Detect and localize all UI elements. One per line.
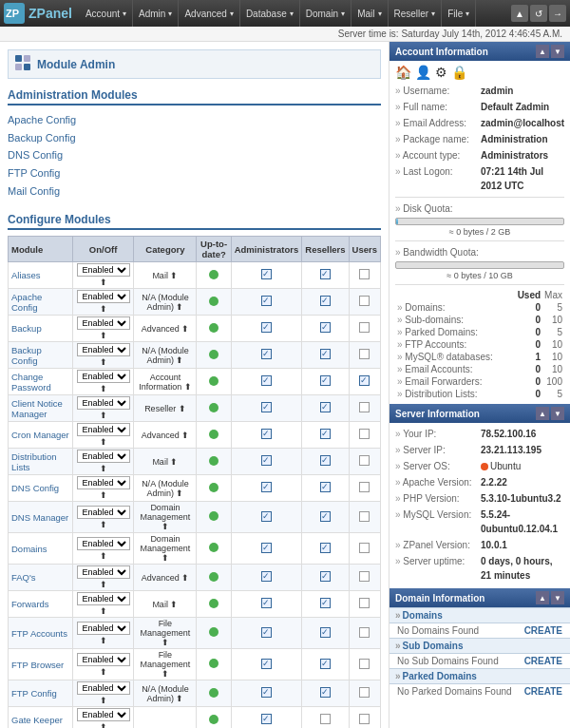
module-user-cb[interactable] (349, 649, 380, 680)
module-onoff[interactable]: Enabled Disabled ⬆ (72, 475, 133, 502)
user-checkbox[interactable] (359, 598, 370, 608)
module-admin-cb[interactable] (231, 262, 302, 289)
reseller-checkbox[interactable] (320, 375, 331, 386)
module-admin-cb[interactable] (231, 422, 302, 449)
server-info-menu-icon[interactable]: ▼ (551, 407, 564, 420)
module-reseller-cb[interactable] (302, 422, 349, 449)
admin-checkbox[interactable] (261, 296, 272, 306)
module-reseller-cb[interactable] (302, 618, 349, 649)
module-reseller-cb[interactable] (302, 591, 349, 618)
module-reseller-cb[interactable] (302, 502, 349, 533)
module-reseller-cb[interactable] (302, 289, 349, 316)
reseller-checkbox[interactable] (320, 455, 331, 466)
module-admin-cb[interactable] (231, 475, 302, 502)
module-user-cb[interactable] (349, 395, 380, 422)
module-admin-cb[interactable] (231, 316, 302, 342)
module-admin-cb[interactable] (231, 502, 302, 533)
admin-checkbox[interactable] (261, 375, 272, 386)
admin-checkbox[interactable] (261, 349, 272, 359)
ftp-config-link[interactable]: FTP Config (8, 164, 381, 182)
reseller-checkbox[interactable] (320, 543, 331, 553)
reseller-checkbox[interactable] (320, 687, 331, 698)
admin-checkbox[interactable] (261, 269, 272, 279)
domain-info-collapse-icon[interactable]: ▲ (536, 591, 549, 604)
module-status-select[interactable]: Enabled Disabled (77, 653, 130, 666)
module-status-select[interactable]: Enabled Disabled (77, 370, 130, 383)
user-checkbox[interactable] (359, 571, 370, 582)
reseller-checkbox[interactable] (320, 429, 331, 439)
domain-info-menu-icon[interactable]: ▼ (551, 591, 564, 604)
admin-checkbox[interactable] (261, 627, 272, 638)
module-onoff[interactable]: Enabled Disabled ⬆ (72, 649, 133, 680)
reseller-checkbox[interactable] (320, 402, 331, 412)
module-status-select[interactable]: Enabled Disabled (77, 396, 130, 410)
module-status-select[interactable]: Enabled Disabled (77, 681, 130, 695)
module-reseller-cb[interactable] (302, 475, 349, 502)
nav-database[interactable]: Database ▾ (240, 0, 300, 27)
module-onoff[interactable]: Enabled Disabled ⬆ (72, 369, 133, 395)
module-user-cb[interactable] (349, 262, 380, 289)
user-checkbox[interactable] (359, 659, 370, 669)
module-user-cb[interactable] (349, 342, 380, 369)
admin-checkbox[interactable] (261, 455, 272, 466)
module-status-select[interactable]: Enabled Disabled (77, 622, 130, 635)
module-user-cb[interactable] (349, 422, 380, 449)
admin-checkbox[interactable] (261, 687, 272, 698)
admin-checkbox[interactable] (261, 429, 272, 439)
admin-checkbox[interactable] (261, 659, 272, 669)
reseller-checkbox[interactable] (320, 349, 331, 359)
user-checkbox[interactable] (359, 269, 370, 279)
module-admin-cb[interactable] (231, 289, 302, 316)
reseller-checkbox[interactable] (320, 511, 331, 522)
module-onoff[interactable]: Enabled Disabled ⬆ (72, 449, 133, 475)
reseller-checkbox[interactable] (320, 627, 331, 638)
module-user-cb[interactable] (349, 618, 380, 649)
module-admin-cb[interactable] (231, 565, 302, 591)
module-reseller-cb[interactable] (302, 395, 349, 422)
user-checkbox[interactable] (359, 687, 370, 698)
module-reseller-cb[interactable] (302, 707, 349, 728)
user-checkbox[interactable] (359, 402, 370, 412)
user-checkbox[interactable] (359, 349, 370, 359)
create-link[interactable]: CREATE (524, 625, 562, 636)
user-checkbox[interactable] (359, 627, 370, 638)
admin-checkbox[interactable] (261, 714, 272, 724)
admin-checkbox[interactable] (261, 402, 272, 412)
module-reseller-cb[interactable] (302, 316, 349, 342)
admin-checkbox[interactable] (261, 322, 272, 333)
module-admin-cb[interactable] (231, 618, 302, 649)
module-admin-cb[interactable] (231, 680, 302, 707)
module-status-select[interactable]: Enabled Disabled (77, 708, 130, 721)
admin-checkbox[interactable] (261, 482, 272, 492)
module-admin-cb[interactable] (231, 395, 302, 422)
module-status-select[interactable]: Enabled Disabled (77, 290, 130, 303)
refresh-icon[interactable]: ↺ (530, 5, 547, 22)
module-onoff[interactable]: Enabled Disabled ⬆ (72, 395, 133, 422)
user-checkbox[interactable] (359, 714, 370, 724)
server-info-collapse-icon[interactable]: ▲ (536, 407, 549, 420)
module-user-cb[interactable] (349, 680, 380, 707)
user-checkbox[interactable] (359, 511, 370, 522)
module-user-cb[interactable] (349, 289, 380, 316)
module-reseller-cb[interactable] (302, 565, 349, 591)
reseller-checkbox[interactable] (320, 571, 331, 582)
module-status-select[interactable]: Enabled Disabled (77, 263, 130, 277)
module-admin-cb[interactable] (231, 449, 302, 475)
apache-config-link[interactable]: Apache Config (8, 111, 381, 129)
module-onoff[interactable]: Enabled Disabled ⬆ (72, 707, 133, 728)
module-user-cb[interactable] (349, 533, 380, 565)
module-onoff[interactable]: Enabled Disabled ⬆ (72, 591, 133, 618)
module-reseller-cb[interactable] (302, 649, 349, 680)
module-user-cb[interactable] (349, 475, 380, 502)
reseller-checkbox[interactable] (320, 322, 331, 333)
create-link[interactable]: CREATE (524, 686, 562, 697)
nav-file[interactable]: File ▾ (442, 0, 476, 27)
user-checkbox[interactable] (359, 375, 370, 386)
account-info-menu-icon[interactable]: ▼ (551, 45, 564, 58)
admin-checkbox[interactable] (261, 598, 272, 608)
nav-admin[interactable]: Admin ▾ (133, 0, 179, 27)
up-icon[interactable]: ▲ (511, 5, 528, 22)
module-admin-cb[interactable] (231, 533, 302, 565)
module-onoff[interactable]: Enabled Disabled ⬆ (72, 342, 133, 369)
module-reseller-cb[interactable] (302, 262, 349, 289)
